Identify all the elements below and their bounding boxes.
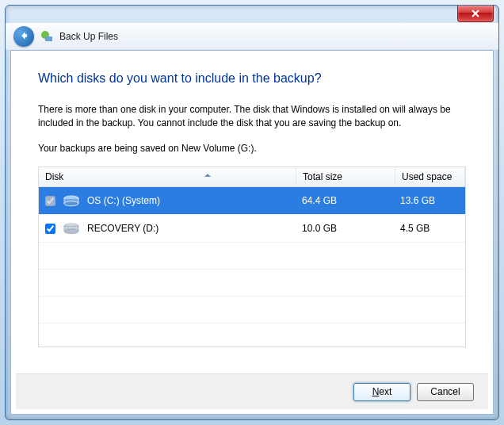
page-heading: Which disks do you want to include in th… — [38, 71, 466, 86]
backup-app-icon — [40, 30, 53, 43]
table-row-empty — [39, 270, 465, 297]
close-icon — [472, 8, 479, 20]
close-button[interactable] — [457, 6, 494, 22]
svg-rect-1 — [45, 36, 52, 41]
back-arrow-icon — [18, 30, 29, 44]
drive-icon — [62, 221, 81, 235]
table-row-empty — [39, 243, 465, 270]
svg-point-4 — [64, 201, 78, 206]
disk-name: OS (C:) (System) — [87, 195, 160, 206]
include-disk-checkbox — [45, 196, 55, 206]
next-label: ext — [379, 386, 391, 397]
next-button[interactable]: Next — [353, 383, 410, 401]
table-row-empty — [39, 324, 465, 347]
dialog-footer: Next Cancel — [16, 373, 488, 409]
table-row[interactable]: RECOVERY (D:)10.0 GB4.5 GB — [39, 215, 465, 243]
titlebar — [6, 6, 498, 23]
disk-total-size: 10.0 GB — [296, 223, 394, 234]
back-button[interactable] — [13, 26, 34, 47]
include-disk-checkbox[interactable] — [45, 224, 55, 234]
svg-point-7 — [64, 229, 78, 234]
disk-used-space: 13.6 GB — [394, 195, 465, 206]
content-area: Which disks do you want to include in th… — [11, 51, 493, 347]
window-frame: Back Up Files Which disks do you want to… — [5, 5, 499, 420]
save-location-text: Your backups are being saved on New Volu… — [38, 142, 466, 155]
cancel-button[interactable]: Cancel — [417, 383, 474, 401]
column-header-disk[interactable]: Disk — [39, 167, 296, 186]
page-description: There is more than one disk in your comp… — [38, 103, 466, 131]
nav-bar: Back Up Files — [6, 23, 498, 50]
drive-icon — [62, 193, 81, 208]
disk-name: RECOVERY (D:) — [87, 223, 158, 234]
table-row[interactable]: OS (C:) (System)64.4 GB13.6 GB — [39, 187, 465, 215]
disk-total-size: 64.4 GB — [296, 195, 394, 206]
window-title: Back Up Files — [59, 31, 118, 42]
column-header-used[interactable]: Used space — [395, 167, 465, 186]
table-row-empty — [39, 297, 465, 324]
table-body: OS (C:) (System)64.4 GB13.6 GBRECOVERY (… — [39, 187, 465, 347]
disk-table: Disk Total size Used space OS (C:) (Syst… — [38, 167, 466, 347]
table-header: Disk Total size Used space — [39, 167, 465, 187]
column-header-total[interactable]: Total size — [296, 167, 395, 186]
disk-used-space: 4.5 GB — [394, 223, 465, 234]
page-body: Which disks do you want to include in th… — [10, 50, 494, 415]
